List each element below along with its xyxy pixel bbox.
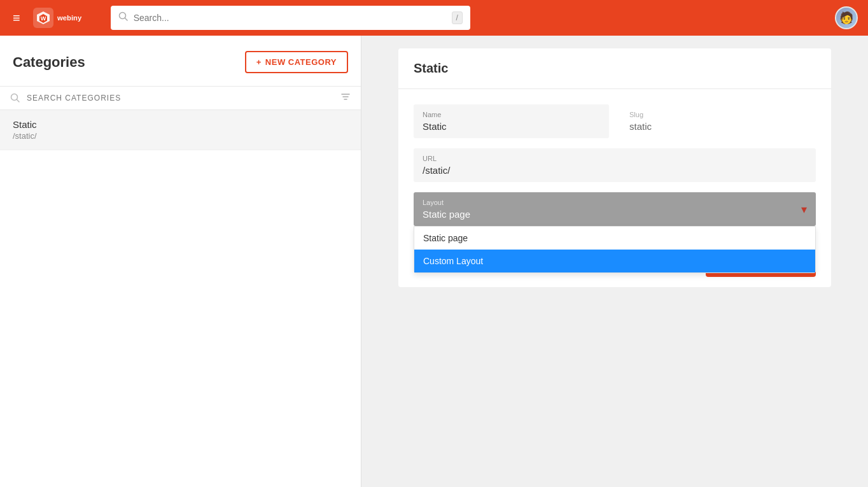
dropdown-option-custom-layout[interactable]: Custom Layout bbox=[414, 250, 815, 272]
url-label: URL bbox=[423, 155, 807, 162]
form-body: Name Static Slug static URL /static/ bbox=[398, 89, 831, 241]
sidebar-search-bar bbox=[0, 86, 361, 110]
menu-icon[interactable]: ≡ bbox=[10, 8, 23, 28]
new-category-label: NEW CATEGORY bbox=[265, 57, 337, 67]
content-area: Static Name Static Slug static URL bbox=[361, 36, 868, 487]
logo-text: webiny bbox=[57, 11, 95, 24]
sidebar-item-static[interactable]: Static /static/ bbox=[0, 110, 361, 150]
name-field[interactable]: Name Static bbox=[414, 104, 609, 138]
search-input[interactable] bbox=[134, 13, 447, 23]
dropdown-arrow-icon: ▾ bbox=[801, 202, 807, 216]
layout-dropdown-content: Layout Static page bbox=[423, 199, 470, 220]
layout-dropdown-menu: Static page Custom Layout bbox=[414, 226, 816, 273]
plus-icon: + bbox=[256, 57, 262, 67]
search-shortcut: / bbox=[452, 11, 463, 24]
search-icon bbox=[118, 11, 129, 24]
form-card-header: Static bbox=[398, 48, 831, 89]
form-card: Static Name Static Slug static URL bbox=[398, 48, 831, 287]
dropdown-option-static-page[interactable]: Static page bbox=[414, 227, 815, 250]
sidebar-title: Categories bbox=[13, 54, 85, 71]
avatar[interactable]: 🧑 bbox=[835, 6, 858, 29]
sidebar-search-input[interactable] bbox=[27, 94, 334, 102]
search-bar[interactable]: / bbox=[111, 6, 470, 30]
logo-icon: W bbox=[33, 8, 53, 28]
url-field[interactable]: URL /static/ bbox=[414, 148, 816, 182]
layout-value: Static page bbox=[423, 209, 470, 220]
filter-svg bbox=[340, 92, 351, 102]
name-label: Name bbox=[423, 111, 600, 118]
slug-value: static bbox=[629, 121, 807, 132]
svg-line-8 bbox=[17, 100, 20, 102]
svg-text:webiny: webiny bbox=[57, 14, 82, 22]
name-slug-row: Name Static Slug static bbox=[414, 104, 816, 138]
sidebar: Categories + NEW CATEGORY Static /static… bbox=[0, 36, 361, 487]
avatar-image: 🧑 bbox=[836, 8, 857, 28]
slug-label: Slug bbox=[629, 111, 807, 118]
filter-icon[interactable] bbox=[340, 92, 351, 104]
form-title: Static bbox=[414, 61, 816, 76]
sidebar-list: Static /static/ bbox=[0, 110, 361, 487]
sidebar-item-url: /static/ bbox=[13, 131, 348, 141]
url-value: /static/ bbox=[423, 165, 807, 176]
sidebar-search-icon bbox=[10, 93, 20, 103]
svg-text:W: W bbox=[40, 15, 46, 22]
layout-dropdown[interactable]: Layout Static page ▾ bbox=[414, 192, 816, 226]
slug-field[interactable]: Slug static bbox=[619, 104, 816, 138]
svg-line-6 bbox=[125, 18, 127, 21]
layout-dropdown-wrapper: Layout Static page ▾ Static page Custom … bbox=[414, 192, 816, 226]
main-layout: Categories + NEW CATEGORY Static /static… bbox=[0, 36, 868, 487]
sidebar-header: Categories + NEW CATEGORY bbox=[0, 36, 361, 86]
layout-label: Layout bbox=[423, 199, 470, 206]
topnav: ≡ W webiny / 🧑 bbox=[0, 0, 868, 36]
logo[interactable]: W webiny bbox=[33, 8, 95, 28]
new-category-button[interactable]: + NEW CATEGORY bbox=[245, 51, 348, 73]
sidebar-item-name: Static bbox=[13, 119, 348, 130]
name-value: Static bbox=[423, 121, 600, 132]
